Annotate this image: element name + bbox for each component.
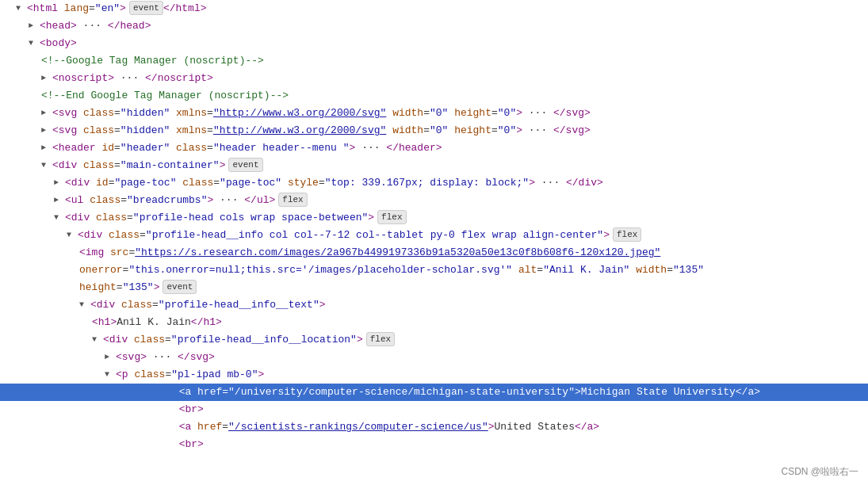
attr-name: class [170, 140, 207, 156]
punctuation: = [114, 140, 120, 156]
attr-value: "breadcrumbs" [127, 193, 207, 208]
triangle-right-icon[interactable]: ► [105, 349, 114, 365]
html-tag: > [350, 140, 356, 156]
attr-name: class [102, 227, 140, 243]
attr-name: height [448, 123, 491, 139]
attr-name: id [96, 140, 114, 156]
html-tag: <h1> [92, 315, 117, 330]
attr-value: "/university/computer-science/michigan-s… [228, 384, 575, 400]
text-node: ··· [355, 140, 386, 156]
code-line: ►<div id="page-toc" class="page-toc" sty… [0, 174, 868, 192]
html-tag: > [154, 280, 160, 296]
code-line: ►<svg class="hidden" xmlns="http://www.w… [0, 122, 868, 139]
html-tag: <header [52, 140, 96, 156]
badge[interactable]: flex [613, 227, 641, 242]
triangle-right-icon[interactable]: ► [29, 18, 38, 34]
punctuation: = [207, 140, 213, 156]
attr-name: height [448, 105, 491, 121]
triangle-down-icon[interactable]: ▼ [29, 36, 38, 52]
punctuation: = [213, 175, 220, 191]
punctuation: = [109, 175, 115, 191]
triangle-down-icon[interactable]: ▼ [16, 1, 25, 17]
badge[interactable]: event [129, 1, 163, 15]
attr-name: class [83, 193, 120, 208]
triangle-right-icon[interactable]: ► [54, 193, 63, 208]
punctuation: = [152, 297, 159, 313]
html-tag: <div [65, 210, 90, 226]
attr-name: style [281, 175, 319, 191]
plain-text [105, 384, 179, 400]
html-tag: <a [179, 419, 192, 435]
punctuation: = [89, 1, 95, 17]
punctuation: = [207, 105, 213, 121]
attr-name: xmlns [170, 123, 207, 139]
triangle-down-icon[interactable]: ▼ [67, 227, 76, 243]
html-tag: > [516, 105, 522, 121]
badge[interactable]: flex [377, 210, 406, 224]
punctuation: = [319, 175, 325, 191]
plain-text [105, 437, 179, 453]
punctuation: = [165, 332, 171, 348]
code-line: ▼<div class="profile-head__info col col-… [0, 227, 868, 244]
triangle-right-icon[interactable]: ► [41, 123, 51, 139]
attr-value: "pl-ipad mb-0" [171, 367, 258, 383]
triangle-right-icon[interactable]: ► [54, 175, 63, 191]
attr-name: class [128, 332, 165, 348]
html-tag: </div> [566, 175, 603, 191]
attr-name: class [128, 367, 166, 383]
attr-value: "0" [498, 123, 516, 139]
html-tag: </a> [736, 384, 760, 400]
html-tag: <ul [65, 193, 83, 208]
punctuation: = [123, 262, 129, 278]
html-tag: </noscript> [145, 71, 213, 86]
html-tag: </head> [108, 18, 151, 34]
badge[interactable]: flex [366, 332, 395, 346]
badge[interactable]: event [228, 158, 262, 172]
triangle-right-icon[interactable]: ► [41, 140, 51, 156]
code-line: ►<noscript> ··· </noscript> [0, 70, 868, 87]
triangle-down-icon[interactable]: ▼ [92, 332, 101, 348]
triangle-down-icon[interactable]: ▼ [105, 367, 114, 383]
html-tag: <img [79, 245, 104, 261]
punctuation: = [423, 105, 430, 121]
attr-name: onerror [79, 262, 123, 278]
text-node: ··· [147, 349, 178, 365]
attr-value: "page-toc" [220, 175, 281, 191]
html-tag: > [120, 1, 126, 17]
triangle-down-icon[interactable]: ▼ [79, 297, 89, 313]
code-line: ▼<div class="main-container">event [0, 157, 868, 174]
plain-text: Michigan State University [581, 384, 736, 400]
punctuation: = [491, 105, 498, 121]
attr-name: xmlns [170, 105, 207, 121]
attr-name: alt [512, 262, 537, 278]
html-tag: <p [116, 367, 128, 383]
attr-value: "hidden" [120, 123, 170, 139]
html-tag: > [603, 227, 610, 243]
badge[interactable]: event [163, 280, 197, 294]
attr-value: "profile-head cols wrap space-between" [133, 210, 368, 226]
watermark: CSDN @啦啦右一 [781, 465, 858, 479]
badge[interactable]: flex [278, 193, 307, 207]
punctuation: = [207, 123, 213, 139]
code-line: ►<svg> ··· </svg> [0, 349, 868, 366]
html-tag: </html> [163, 1, 207, 17]
triangle-right-icon[interactable]: ► [41, 105, 51, 121]
triangle-right-icon[interactable]: ► [41, 71, 51, 86]
punctuation: = [127, 210, 133, 226]
code-line: <!--End Google Tag Manager (noscript)--> [0, 87, 868, 105]
punctuation: = [140, 227, 146, 243]
html-tag: > [488, 419, 495, 435]
attr-value-link: "http://www.w3.org/2000/svg" [213, 123, 386, 139]
triangle-down-icon[interactable]: ▼ [41, 158, 51, 174]
code-line: ▼<div class="profile-head__info__locatio… [0, 331, 868, 349]
attr-value: "hidden" [120, 105, 170, 121]
html-tag: <br> [179, 437, 204, 453]
html-tag: > [220, 158, 226, 174]
code-line: ▼<div class="profile-head cols wrap spac… [0, 209, 868, 227]
attr-value: "this.onerror=null;this.src='/images/pla… [128, 262, 512, 278]
attr-value: "en" [95, 1, 120, 17]
triangle-down-icon[interactable]: ▼ [54, 210, 63, 226]
punctuation: = [117, 280, 123, 296]
punctuation: = [667, 262, 673, 278]
attr-value: "135" [673, 262, 704, 278]
